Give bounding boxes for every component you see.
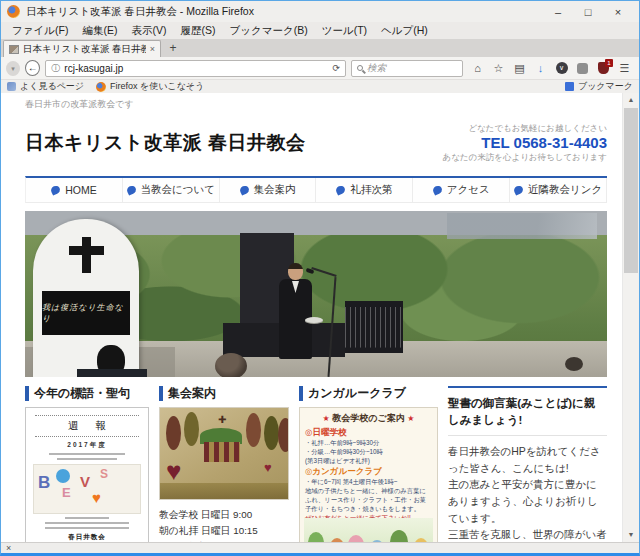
find-bar: × (1, 542, 639, 553)
findbar-close-icon[interactable]: × (6, 543, 11, 553)
adblock-icon[interactable]: 1 (594, 59, 613, 77)
weekly-bulletin-image: 週 報 2017年度 B E V S ♥ (25, 407, 149, 542)
nav-item-about[interactable]: 当教会について (123, 178, 220, 202)
scroll-up-icon[interactable]: ▲ (623, 93, 639, 107)
nav-item-worship[interactable]: 礼拝次第 (316, 178, 413, 202)
contact-note-bottom: あなたの来訪を心よりお待ちしております (443, 152, 608, 163)
leaf-collage-image: ✚ ♥ ♥ (159, 407, 289, 500)
dove-icon (238, 184, 250, 195)
dove-icon (125, 184, 137, 195)
reload-icon[interactable]: ⟳ (332, 63, 340, 73)
star-icon: ★ (407, 414, 414, 423)
adblock-badge: 1 (605, 59, 613, 67)
tab-favicon-icon (9, 45, 19, 54)
bookmarks-menu-button[interactable]: ブックマーク (565, 80, 633, 93)
menu-bookmarks[interactable]: ブックマーク(B) (222, 24, 314, 38)
search-input[interactable]: 検索 (351, 60, 463, 77)
menu-tools[interactable]: ツール(T) (315, 24, 374, 38)
url-text: rcj-kasugai.jp (64, 63, 328, 74)
hero-photo: 我は復活なり生命なり (25, 211, 607, 377)
cross-icon (82, 237, 91, 273)
menu-history[interactable]: 履歴(S) (173, 24, 222, 38)
menu-edit[interactable]: 編集(E) (75, 24, 124, 38)
bookmark-star-icon[interactable]: ☆ (489, 59, 508, 77)
bookmark-most-visited[interactable]: よく見るページ (7, 80, 84, 93)
vertical-scrollbar[interactable]: ▲ ▼ (622, 93, 639, 542)
sidebar-heading: 聖書の御言葉(みことば)に親しみましょう! (448, 395, 607, 428)
dove-icon (50, 184, 62, 195)
firefox-small-icon (96, 82, 106, 92)
tab-close-icon[interactable]: × (150, 44, 155, 54)
most-visited-icon (7, 82, 16, 91)
new-tab-button[interactable]: + (161, 40, 185, 57)
tab-bar: 日本キリスト改革派 春日井教会 × + (1, 39, 639, 57)
bookmark-firefox-help[interactable]: Firefox を使いこなそう (96, 80, 204, 93)
scrollbar-thumb[interactable] (624, 108, 638, 273)
nav-item-home[interactable]: HOME (26, 178, 123, 202)
sidebar-paragraph: 春日井教会のHPを訪れてくださった皆さん、こんにちは! 主の恵みと平安が貴方に豊… (448, 443, 607, 542)
search-icon (357, 65, 363, 71)
meeting-schedule: 教会学校 日曜日 9:00 朝の礼拝 日曜日 10:15 午後の礼拝 第1・4日… (159, 507, 289, 542)
search-placeholder: 検索 (367, 62, 386, 75)
menu-icon[interactable]: ☰ (615, 59, 634, 77)
nav-item-meetings[interactable]: 集会案内 (220, 178, 317, 202)
poster-section-sunday-school: ◎日曜学校 (305, 427, 432, 439)
dove-icon (335, 184, 347, 195)
heart-icon: ♥ (264, 460, 272, 475)
poster-drawing (304, 518, 433, 542)
firefox-icon (7, 5, 20, 18)
nav-item-access[interactable]: アクセス (413, 178, 510, 202)
title-bar[interactable]: 日本キリスト改革派 春日井教会 - Mozilla Firefox – □ × (1, 1, 639, 22)
cross-icon: ✚ (218, 414, 226, 425)
url-bar[interactable]: ⓘ rcj-kasugai.jp ⟳ (45, 60, 346, 77)
close-button[interactable]: × (603, 3, 633, 21)
dove-icon (431, 184, 443, 195)
heart-icon: ♥ (92, 489, 101, 506)
home-button[interactable]: ⌂ (468, 59, 487, 77)
column-heading: 集会案内 (159, 386, 289, 401)
extension-icon[interactable] (573, 59, 592, 77)
window-title: 日本キリスト改革派 春日井教会 - Mozilla Firefox (26, 5, 254, 19)
minimize-button[interactable]: – (543, 3, 573, 21)
bulletin-title: 週 報 (40, 419, 141, 433)
poster-title: 教会学校のご案内 (332, 413, 404, 423)
menu-file[interactable]: ファイル(F) (5, 24, 75, 38)
schedule-line: 午後の礼拝 第1・4日曜日 14:30 (159, 539, 289, 542)
schedule-line: 朝の礼拝 日曜日 10:15 (159, 523, 289, 539)
star-icon: ★ (323, 414, 330, 423)
divider (448, 435, 607, 436)
maximize-button[interactable]: □ (573, 3, 603, 21)
back-button[interactable]: ← (25, 60, 40, 76)
church-school-poster-image: ★ 教会学校のご案内 ★ ◎日曜学校 ・礼拝…午前9時~9時30分 ・分級…午前… (299, 407, 438, 542)
column-heading: 今年の標語・聖句 (25, 386, 149, 401)
content-columns: 今年の標語・聖句 週 報 2017年度 B E V S (25, 386, 607, 542)
pocket-icon[interactable]: ∨ (552, 59, 571, 77)
bookmarks-toolbar: よく見るページ Firefox を使いこなそう ブックマーク (1, 79, 639, 93)
nav-item-church-links[interactable]: 近隣教会リンク (510, 178, 607, 202)
active-tab[interactable]: 日本キリスト改革派 春日井教会 × (3, 40, 161, 57)
column-slogan: 今年の標語・聖句 週 報 2017年度 B E V S (25, 386, 149, 542)
contact-note-top: どなたでもお気軽にお越しください (443, 123, 608, 134)
menu-view[interactable]: 表示(V) (124, 24, 173, 38)
audience-head (215, 353, 247, 377)
sidebar-bible-message: 聖書の御言葉(みことば)に親しみましょう! 春日井教会のHPを訪れてくださった皆… (448, 386, 607, 542)
site-tagline: 春日井市の改革派教会です (25, 98, 607, 111)
history-dropdown-icon[interactable]: ▾ (6, 61, 20, 76)
page-title: 日本キリスト改革派 春日井教会 (25, 130, 306, 156)
schedule-line: 教会学校 日曜日 9:00 (159, 507, 289, 523)
tab-title: 日本キリスト改革派 春日井教会 (23, 43, 146, 56)
library-icon[interactable]: ▤ (510, 59, 529, 77)
page-viewport: 春日井市の改革派教会です 日本キリスト改革派 春日井教会 どなたでもお気軽にお越… (1, 93, 639, 542)
site-header: 日本キリスト改革派 春日井教会 どなたでもお気軽にお越しください TEL 056… (25, 123, 607, 164)
downloads-icon[interactable]: ↓ (531, 59, 550, 77)
menu-help[interactable]: ヘルプ(H) (374, 24, 435, 38)
scroll-down-icon[interactable]: ▼ (623, 528, 639, 542)
phone-number: TEL 0568-31-4403 (443, 134, 608, 152)
believe-collage: B E V S ♥ (33, 464, 141, 514)
page-info-icon[interactable]: ⓘ (51, 62, 60, 75)
bulletin-year: 2017年度 (33, 441, 141, 450)
site-navigation: HOME 当教会について 集会案内 礼拝次第 アクセス (25, 176, 607, 203)
browser-window: 日本キリスト改革派 春日井教会 - Mozilla Firefox – □ × … (0, 0, 640, 556)
dove-icon (513, 184, 525, 195)
gravestone-plaque: 我は復活なり生命なり (42, 291, 130, 335)
